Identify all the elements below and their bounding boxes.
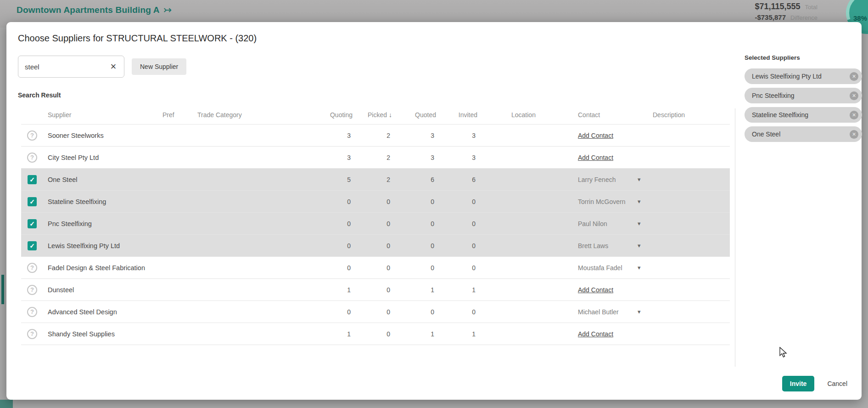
choose-suppliers-dialog: Choose Suppliers for STRUCTURAL STEELWOR… [6,22,862,400]
col-header-picked[interactable]: Picked ↓ [359,111,398,119]
chevron-down-icon: ▾ [638,308,641,315]
unverified-supplier-icon[interactable]: ? [27,263,37,273]
picked-count: 0 [359,242,398,249]
contact-dropdown[interactable]: Michael Butler ▾ [578,308,641,316]
dialog-title: Choose Suppliers for STRUCTURAL STEELWOR… [18,33,862,44]
quoting-count: 0 [313,242,359,249]
search-box: × [18,56,124,78]
row-select-cell: ✓ ? [21,153,43,163]
total-label: Total [805,4,818,11]
progress-percent: 38% [853,14,867,22]
col-header-invited[interactable]: Invited [442,111,484,119]
remove-chip-icon[interactable]: × [850,91,858,100]
suppliers-table: Supplier Pref Trade Category Quoting Pic… [21,105,730,345]
remove-chip-icon[interactable]: × [850,72,858,81]
contact-cell: Add Contact [553,286,652,294]
col-header-quoted[interactable]: Quoted [398,111,442,119]
chevron-down-icon: ▾ [638,176,641,183]
quoted-count: 0 [398,220,442,227]
selected-supplier-chip: Pnc Steelfixing × [745,88,862,103]
supplier-name: Lewis Steelfixing Pty Ltd [43,242,158,249]
row-select-cell: ✓ ? [21,241,43,250]
add-contact-link[interactable]: Add Contact [578,286,613,294]
contact-cell: Moustafa Fadel ▾ [553,264,652,272]
invited-count: 0 [442,242,484,249]
check-icon: ✓ [29,176,35,183]
project-title-text: Downtown Apartments Building A [17,5,160,15]
quoting-count: 3 [313,132,359,139]
clear-search-icon[interactable]: × [108,61,119,72]
table-row[interactable]: ✓ ? Sooner Steelworks 3 2 3 3 Add Contac… [21,125,730,147]
contact-dropdown[interactable]: Torrin McGovern ▾ [578,198,641,205]
table-row[interactable]: ✓ ? One Steel 5 2 6 6 Larry Fenech ▾ [21,169,730,191]
col-header-quoting[interactable]: Quoting [313,111,359,119]
contact-name: Michael Butler [578,308,638,316]
add-contact-link[interactable]: Add Contact [578,330,613,338]
row-select-cell: ✓ ? [21,285,43,295]
add-contact-link[interactable]: Add Contact [578,132,613,139]
unverified-supplier-icon[interactable]: ? [27,153,37,163]
supplier-name: Fadel Design & Steel Fabrication [43,264,158,272]
supplier-checkbox-checked[interactable]: ✓ [28,219,37,228]
col-header-contact: Contact [553,111,652,119]
contact-cell: Paul Nilon ▾ [553,220,652,227]
quoting-count: 0 [313,308,359,316]
col-header-supplier: Supplier [43,111,158,119]
chevron-down-icon: ▾ [638,220,641,227]
col-header-trade-category: Trade Category [193,111,313,119]
project-title: Downtown Apartments Building A ↣ [17,4,172,16]
supplier-checkbox-checked[interactable]: ✓ [28,197,37,206]
picked-count: 2 [359,176,398,183]
invite-button[interactable]: Invite [782,376,815,391]
picked-count: 0 [359,330,398,338]
contact-dropdown[interactable]: Paul Nilon ▾ [578,220,641,227]
picked-count: 0 [359,198,398,205]
check-icon: ✓ [29,198,35,205]
unverified-supplier-icon[interactable]: ? [27,130,37,141]
table-row[interactable]: ✓ ? Lewis Steelfixing Pty Ltd 0 0 0 0 Br… [21,235,730,257]
table-row[interactable]: ✓ ? Advanced Steel Design 0 0 0 0 Michae… [21,301,730,323]
table-row[interactable]: ✓ ? City Steel Pty Ltd 3 2 3 3 Add Conta… [21,147,730,169]
unverified-supplier-icon[interactable]: ? [27,329,37,339]
quoted-count: 0 [398,308,442,316]
new-supplier-button[interactable]: New Supplier [132,58,186,75]
contact-cell: Add Contact [553,132,652,139]
contact-name: Larry Fenech [578,176,638,183]
unverified-supplier-icon[interactable]: ? [27,285,37,295]
cancel-button[interactable]: Cancel [821,380,854,387]
contact-dropdown[interactable]: Moustafa Fadel ▾ [578,264,641,272]
picked-count: 0 [359,286,398,294]
quoted-count: 0 [398,198,442,205]
contact-dropdown[interactable]: Brett Laws ▾ [578,242,641,249]
remove-chip-icon[interactable]: × [850,111,858,119]
table-row[interactable]: ✓ ? Shandy Steel Supplies 1 0 1 1 Add Co… [21,323,730,345]
supplier-name: Dunsteel [43,286,158,294]
remove-chip-icon[interactable]: × [850,130,858,139]
supplier-checkbox-checked[interactable]: ✓ [28,175,37,184]
table-row[interactable]: ✓ ? Stateline Steelfixing 0 0 0 0 Torrin… [21,191,730,213]
add-contact-link[interactable]: Add Contact [578,154,613,161]
quoting-count: 0 [313,220,359,227]
table-row[interactable]: ✓ ? Pnc Steelfixing 0 0 0 0 Paul Nilon ▾ [21,213,730,235]
supplier-name: Shandy Steel Supplies [43,330,158,338]
table-row[interactable]: ✓ ? Dunsteel 1 0 1 1 Add Contact [21,279,730,301]
selected-suppliers-title: Selected Suppliers [745,54,862,61]
quoted-count: 0 [398,264,442,272]
contact-cell: Brett Laws ▾ [553,242,652,249]
quoting-count: 0 [313,264,359,272]
panel-divider [735,108,735,367]
unverified-supplier-icon[interactable]: ? [27,307,37,317]
contact-dropdown[interactable]: Larry Fenech ▾ [578,176,641,183]
col-header-description: Description [652,111,730,119]
row-select-cell: ✓ ? [21,219,43,228]
invited-count: 1 [442,330,484,338]
dialog-footer: Invite Cancel [782,376,854,391]
chevron-down-icon: ▾ [638,242,641,249]
quoting-count: 1 [313,330,359,338]
supplier-checkbox-checked[interactable]: ✓ [28,241,37,250]
table-row[interactable]: ✓ ? Fadel Design & Steel Fabrication 0 0… [21,257,730,279]
picked-count: 2 [359,154,398,161]
invited-count: 0 [442,264,484,272]
quoted-count: 1 [398,286,442,294]
invited-count: 3 [442,154,484,161]
